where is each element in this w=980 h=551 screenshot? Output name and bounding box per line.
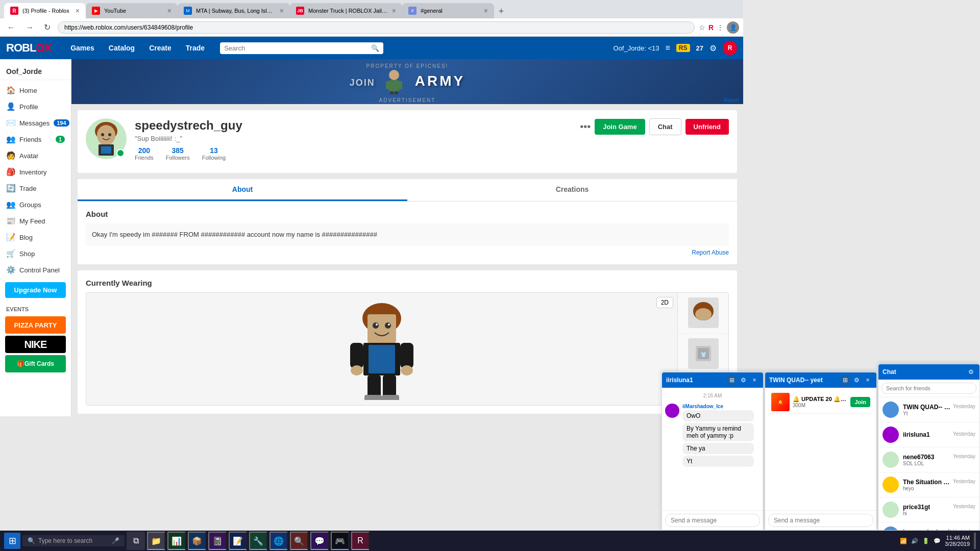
tab-favicon-mta: M <box>184 7 192 15</box>
sidebar-item-blog[interactable]: 📝 Blog <box>0 229 71 245</box>
upgrade-button[interactable]: Upgrade Now <box>5 282 66 298</box>
wearing-2d-button[interactable]: 2D <box>656 297 673 308</box>
unfriend-button[interactable]: Unfriend <box>685 119 729 135</box>
sidebar-label-profile: Profile <box>19 103 38 111</box>
about-section-title: About <box>86 210 729 218</box>
header-nav: Games Catalog Create Trade <box>63 40 212 56</box>
settings-header-button[interactable]: ⚙ <box>709 43 717 53</box>
nav-create[interactable]: Create <box>142 40 179 56</box>
sidebar-label-blog: Blog <box>19 234 33 241</box>
avatar-online-indicator <box>116 149 125 157</box>
sidebar-item-myfeed[interactable]: 📰 My Feed <box>0 213 71 229</box>
logo-ox: OX <box>36 41 51 54</box>
browser-actions: ☆ R ⋮ 👤 <box>699 21 739 34</box>
address-bar: ← → ↻ ☆ R ⋮ 👤 <box>0 18 743 37</box>
svg-point-14 <box>373 322 379 329</box>
groups-icon: 👥 <box>6 200 15 209</box>
tab-close-roblox[interactable]: × <box>76 7 80 15</box>
report-abuse-link[interactable]: Report Abuse <box>86 249 729 256</box>
tabs-nav: About Creations <box>78 179 737 202</box>
chat-button[interactable]: Chat <box>649 118 681 135</box>
sidebar-label-messages: Messages <box>19 119 50 127</box>
sidebar-item-groups[interactable]: 👥 Groups <box>0 196 71 213</box>
avatar-3d-view: 2D <box>86 293 677 405</box>
browser-tab-discord[interactable]: # #general × <box>402 3 494 18</box>
sidebar-label-myfeed: My Feed <box>19 217 45 225</box>
svg-rect-2 <box>386 81 390 89</box>
nike-banner[interactable]: NIKE <box>5 336 66 353</box>
browser-tab-monster[interactable]: JB Monster Truck | ROBLOX Jailbrea... × <box>290 3 402 18</box>
nav-trade[interactable]: Trade <box>179 40 212 56</box>
inventory-icon: 🎒 <box>6 167 15 177</box>
sidebar-item-shop[interactable]: 🛒 Shop <box>0 245 71 262</box>
chat-bubbles-1: iiMarshadow_Ice OwO By Yammy u remind me… <box>682 404 743 416</box>
tab-about[interactable]: About <box>78 179 407 201</box>
sidebar-item-friends[interactable]: 👥 Friends 1 <box>0 131 71 147</box>
sidebar-label-groups: Groups <box>19 201 41 209</box>
profile-icon[interactable]: 👤 <box>727 21 739 34</box>
dm-settings-button[interactable]: ⚙ <box>739 375 743 385</box>
dm-panel-header[interactable]: iirisluna1 ⊞ ⚙ × <box>662 372 743 388</box>
following-count[interactable]: 13 <box>202 146 226 155</box>
friends-count[interactable]: 200 <box>135 146 154 155</box>
bookmark-button[interactable]: ☆ <box>699 23 705 32</box>
search-bar: 🔍 <box>220 42 383 54</box>
dm-expand-button[interactable]: ⊞ <box>727 375 737 385</box>
svg-point-0 <box>389 70 399 80</box>
svg-point-7 <box>97 125 115 145</box>
followers-count[interactable]: 385 <box>166 146 190 155</box>
address-input[interactable] <box>58 21 695 34</box>
tab-close-mta[interactable]: × <box>280 7 284 15</box>
tab-favicon-youtube: ▶ <box>92 7 100 15</box>
tab-close-youtube[interactable]: × <box>167 7 172 15</box>
forward-button[interactable]: → <box>22 22 37 33</box>
avatar-icon: 🧑 <box>6 151 15 160</box>
notifications-button[interactable]: ≡ <box>666 43 670 53</box>
profile-tabs: About Creations About Okay I'm speedy im… <box>78 179 737 264</box>
currently-wearing-title: Currently Wearing <box>86 279 729 287</box>
sidebar-item-profile[interactable]: 👤 Profile <box>0 98 71 115</box>
sidebar-item-avatar[interactable]: 🧑 Avatar <box>0 147 71 164</box>
ad-label: ADVERTISEMENT <box>379 97 436 103</box>
more-options-button[interactable]: ••• <box>580 121 591 133</box>
nav-catalog[interactable]: Catalog <box>102 40 142 56</box>
svg-point-23 <box>401 365 413 375</box>
ad-subtitle: PROPERTY OF EPICNES! <box>366 63 449 69</box>
gift-cards-banner[interactable]: 🎁 Gift Cards <box>5 355 66 372</box>
settings-button[interactable]: ⋮ <box>717 23 724 32</box>
back-button[interactable]: ← <box>4 22 18 33</box>
sidebar-item-trade[interactable]: 🔄 Trade <box>0 180 71 196</box>
army-figure-1 <box>379 69 409 94</box>
tab-close-discord[interactable]: × <box>484 7 488 15</box>
join-game-button[interactable]: Join Game <box>595 119 645 135</box>
sidebar-item-home[interactable]: 🏠 Home <box>0 82 71 98</box>
search-icon: 🔍 <box>371 44 379 52</box>
wearing-item-hair[interactable] <box>678 293 728 334</box>
sidebar-item-messages[interactable]: ✉️ Messages 194 <box>0 115 71 131</box>
tab-close-monster[interactable]: × <box>392 7 396 15</box>
dm-panel-actions: ⊞ ⚙ × <box>727 375 743 385</box>
svg-point-29 <box>695 308 712 320</box>
user-avatar-header[interactable]: R <box>723 41 737 55</box>
sidebar-label-controlpanel: Control Panel <box>19 266 60 274</box>
shirt-thumb-svg: 👕 <box>691 341 716 366</box>
reload-button[interactable]: ↻ <box>41 21 54 33</box>
tab-creations[interactable]: Creations <box>407 179 737 201</box>
search-input[interactable] <box>224 44 368 52</box>
roblox-logo[interactable]: ROBLOX <box>6 41 51 55</box>
ad-report[interactable]: Report <box>724 97 739 103</box>
trade-icon: 🔄 <box>6 184 15 193</box>
sidebar-item-controlpanel[interactable]: ⚙️ Control Panel <box>0 262 71 278</box>
browser-tab-mta[interactable]: M MTA | Subway, Bus, Long Island ... × <box>178 3 290 18</box>
tab-title-monster: Monster Truck | ROBLOX Jailbrea... <box>308 8 388 14</box>
svg-point-8 <box>101 133 104 136</box>
pizza-party-banner[interactable]: PIZZA PARTY <box>5 316 66 334</box>
new-tab-button[interactable]: + <box>494 4 508 18</box>
shop-icon: 🛒 <box>6 249 15 258</box>
tab-favicon-roblox: R <box>10 7 18 15</box>
browser-tab-roblox[interactable]: R (3) Profile - Roblox × <box>4 3 86 18</box>
nav-games[interactable]: Games <box>63 40 102 56</box>
sidebar-item-inventory[interactable]: 🎒 Inventory <box>0 164 71 180</box>
item-thumb-hair <box>688 297 719 328</box>
browser-tab-youtube[interactable]: ▶ YouTube × <box>86 3 178 18</box>
